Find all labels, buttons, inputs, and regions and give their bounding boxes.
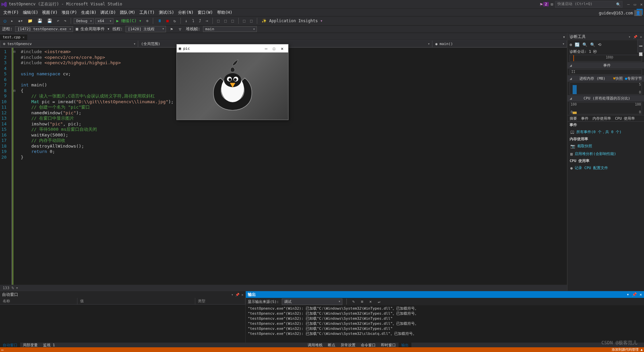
new-menu[interactable]: ✚▾ (16, 18, 24, 24)
autos-column-header[interactable]: 名称 (0, 298, 77, 304)
thread-flag-button[interactable]: ⚑ (169, 26, 174, 32)
pic-titlebar[interactable]: ▦ pic — ☐ ✕ (177, 44, 288, 52)
pic-close-button[interactable]: ✕ (278, 46, 286, 51)
gear-icon[interactable]: ⚙ (570, 42, 572, 47)
open-button[interactable]: 📁 (26, 18, 34, 24)
tools4-button[interactable]: ⬚ (241, 18, 247, 24)
bottom-tab[interactable]: 自动窗口 (0, 343, 20, 347)
pic-minimize-button[interactable]: — (262, 46, 270, 51)
feedback-icon[interactable]: ⊞ (551, 2, 553, 7)
pic-maximize-button[interactable]: ☐ (270, 46, 278, 51)
menu-item[interactable]: 团队(M) (118, 9, 137, 16)
notifications-flag-icon[interactable]: ⚑ (540, 2, 543, 7)
bottom-tab[interactable]: 断点 (325, 343, 338, 347)
output-close-icon[interactable]: ✕ (640, 292, 642, 297)
redo-button[interactable]: ↷ (62, 18, 68, 24)
menu-item[interactable]: 生成(B) (79, 9, 99, 16)
thread-dropdown[interactable]: [1428] 主线程 (126, 26, 166, 32)
menu-item[interactable]: 项目(P) (60, 9, 79, 16)
tab-list-dropdown[interactable]: ▾ (561, 34, 567, 40)
stop-button[interactable]: ■ (165, 18, 170, 24)
autos-column-header[interactable]: 类型 (195, 298, 245, 304)
insights-button[interactable]: ✨ Application Insights ▾ (260, 18, 324, 24)
stackframe-dropdown[interactable]: main (203, 26, 257, 32)
diag-tab[interactable]: CPU 使用率 (613, 115, 637, 121)
save-button[interactable]: 💾 (36, 18, 44, 24)
diag-tab[interactable]: 内存使用率 (590, 115, 613, 121)
menu-item[interactable]: 分析(N) (176, 9, 196, 16)
bottom-tab[interactable]: 输出 (399, 343, 411, 347)
undo-button[interactable]: ↶ (55, 18, 61, 24)
opencv-image-window[interactable]: ▦ pic — ☐ ✕ (176, 44, 289, 120)
nav-back-button[interactable]: ◯ (2, 18, 8, 24)
config-dropdown[interactable]: Debug (74, 18, 94, 24)
tools3-button[interactable]: ⬚ (230, 18, 236, 24)
snapshot-link[interactable]: 📷截取快照 (568, 142, 644, 150)
bottom-tab[interactable]: 调用堆栈 (305, 343, 325, 347)
autos-pin-icon[interactable]: 📌 (235, 293, 239, 297)
output-source-dropdown[interactable]: 调试 (282, 299, 342, 305)
menu-item[interactable]: 文件(F) (1, 9, 21, 16)
bottom-tab[interactable]: 命令窗口 (358, 343, 378, 347)
cpu-record-link[interactable]: ●记录 CPU 配置文件 (568, 164, 644, 172)
close-tab-icon[interactable]: ✕ (23, 35, 25, 39)
bottom-tab[interactable]: 异常设置 (338, 343, 358, 347)
output-dropdown-icon[interactable]: ▾ (627, 292, 629, 297)
autos-close-icon[interactable]: ✕ (241, 293, 243, 297)
bottom-tab[interactable]: 局部变量 (20, 343, 40, 347)
attach-button[interactable]: ⎆ (144, 18, 150, 24)
menu-item[interactable]: 工具(T) (137, 9, 157, 16)
autos-body[interactable] (0, 305, 245, 343)
zoom-in-icon[interactable]: 🔍 (582, 42, 587, 47)
menu-item[interactable]: 视图(V) (40, 9, 60, 16)
lifecycle-events[interactable]: ▦ 生命周期事件 ▾ (76, 26, 110, 32)
tools5-button[interactable]: ⬚ (248, 18, 254, 24)
zoom-bar[interactable]: 133 %▾ (0, 285, 567, 291)
output-goto-button[interactable]: ≡ (359, 299, 365, 305)
maximize-button[interactable]: ▭ (634, 2, 636, 7)
platform-dropdown[interactable]: x64 (95, 18, 113, 24)
output-text[interactable]: "testOpnencv.exe"(Win32): 已加载"C:\Windows… (246, 305, 644, 343)
menu-item[interactable]: 窗口(W) (196, 9, 215, 16)
zoom-out-icon[interactable]: 🔍 (590, 42, 595, 47)
minimize-button[interactable]: — (627, 2, 630, 7)
output-pin-icon[interactable]: 📌 (632, 292, 637, 297)
process-dropdown[interactable]: [1472] testOpnencv.exe (15, 26, 73, 32)
output-wrap-button[interactable]: ↵ (376, 299, 382, 305)
menu-item[interactable]: 帮助(H) (215, 9, 235, 16)
nav-fwd-button[interactable]: ▸ (9, 18, 15, 24)
autos-column-header[interactable]: 值 (77, 298, 195, 304)
show-next-button[interactable]: → (204, 18, 210, 24)
menu-item[interactable]: 调试(D) (98, 9, 118, 16)
step-into-button[interactable]: ↓ (183, 18, 189, 24)
quick-launch-input[interactable]: 快速启动 (Ctrl+Q) 🔍 (555, 1, 622, 8)
tools1-button[interactable]: ⬚ (215, 18, 221, 24)
diag-timeline[interactable]: 10秒 (570, 55, 642, 62)
bottom-tab[interactable]: 监视 1 (40, 343, 58, 347)
tools2-button[interactable]: ⬚ (223, 18, 228, 24)
menu-item[interactable]: 测试(S) (157, 9, 176, 16)
diag-close-icon[interactable]: ✕ (640, 35, 642, 39)
file-tab[interactable]: test.cpp ✕ (0, 34, 27, 40)
side-tab[interactable]: 团队资源管理器 (637, 46, 644, 52)
diag-dropdown-icon[interactable]: ▾ (629, 35, 631, 39)
scope-dropdown[interactable]: ⚙ testOpnencv (0, 40, 138, 47)
diag-pin-icon[interactable]: 📌 (633, 35, 637, 39)
account-menu[interactable]: guidev@163.com 👤 (599, 10, 642, 16)
code-text[interactable]: #include <iostream>#include <opencv2/cor… (18, 48, 174, 285)
autos-dropdown-icon[interactable]: ▾ (231, 293, 233, 297)
notifications-badge[interactable]: 2 (543, 2, 549, 6)
diag-events-section[interactable]: ◢事件 (568, 62, 644, 69)
diag-tab[interactable]: 事件 (579, 115, 590, 121)
diag-tab[interactable]: 摘要 (568, 115, 579, 121)
thread-filter-button[interactable]: ▽ (177, 26, 183, 32)
reset-icon[interactable]: ⟲ (598, 42, 601, 47)
output-find-button[interactable]: ✎ (351, 299, 357, 305)
save-all-button[interactable]: 💾 (45, 18, 54, 24)
diag-cpu-section[interactable]: ◢CPU (所有处理器的百分比) (568, 95, 644, 102)
restart-button[interactable]: ↻ (172, 18, 177, 24)
function-dropdown[interactable]: ◉ main() (432, 40, 567, 47)
pause-button[interactable]: ⏸ (156, 18, 163, 24)
bottom-tab[interactable]: 即时窗口 (378, 343, 399, 347)
step-out-button[interactable]: ⤴ (197, 18, 203, 24)
